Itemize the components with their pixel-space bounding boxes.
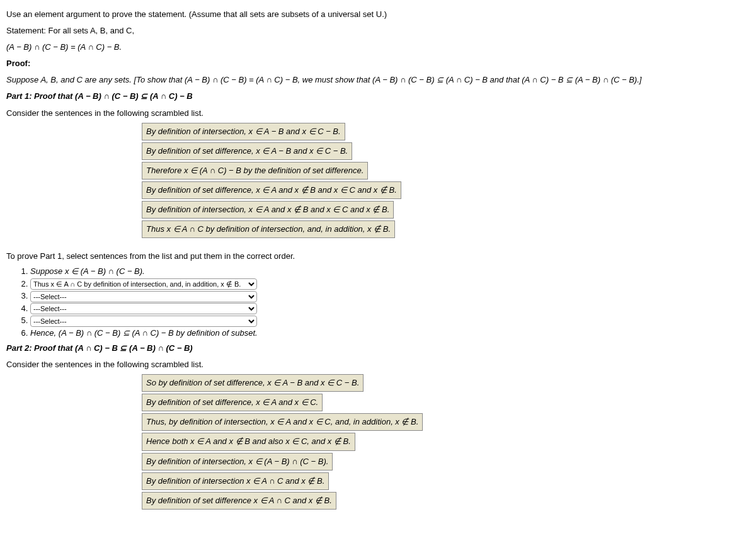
consider-text-1: Consider the sentences in the following … [6,106,750,120]
step-2: ---Select---By definition of intersectio… [30,278,750,290]
step-5: ---Select---By definition of intersectio… [30,315,750,327]
scrambled-item: By definition of set difference, x ∈ A a… [142,394,323,411]
statement-label: Statement: For all sets A, B, and C, [6,24,750,38]
scrambled-item: By definition of set difference, x ∈ A −… [142,142,352,160]
scrambled-item: By definition of intersection, x ∈ A − B… [142,123,345,140]
statement-equation: (A − B) ∩ (C − B) = (A ∩ C) − B. [6,40,750,54]
scrambled-item: Hence both x ∈ A and x ∉ B and also x ∈ … [142,433,355,450]
step-5-select[interactable]: ---Select---By definition of intersectio… [30,316,257,327]
scrambled-item: Thus, by definition of intersection, x ∈… [142,413,423,431]
proof-intro: Suppose A, B, and C are any sets. [To sh… [6,73,750,87]
scrambled-item: By definition of set difference x ∈ A ∩ … [142,492,336,510]
proof-steps-list: Suppose x ∈ (A − B) ∩ (C − B). ---Select… [19,266,750,339]
part1-scrambled-list: By definition of intersection, x ∈ A − B… [142,123,750,239]
step-2-select[interactable]: ---Select---By definition of intersectio… [30,278,257,290]
step-4: ---Select---By definition of intersectio… [30,303,750,315]
consider-text-2: Consider the sentences in the following … [6,358,750,372]
part1-heading: Part 1: Proof that (A − B) ∩ (C − B) ⊆ (… [6,89,750,103]
step-1: Suppose x ∈ (A − B) ∩ (C − B). [30,266,750,277]
scrambled-item: By definition of intersection x ∈ A ∩ C … [142,472,329,490]
scrambled-item: Therefore x ∈ (A ∩ C) − B by the definit… [142,162,368,180]
part2-scrambled-list: So by definition of set difference, x ∈ … [142,374,750,510]
step-3-select[interactable]: ---Select---By definition of intersectio… [30,291,257,302]
scrambled-item: By definition of intersection, x ∈ (A − … [142,453,333,470]
proof-label: Proof: [6,57,750,71]
scrambled-item: By definition of intersection, x ∈ A and… [142,201,394,219]
part1-order-intro: To prove Part 1, select sentences from t… [6,249,750,263]
scrambled-item: By definition of set difference, x ∈ A a… [142,181,401,199]
step-4-select[interactable]: ---Select---By definition of intersectio… [30,303,257,314]
part2-heading: Part 2: Proof that (A ∩ C) − B ⊆ (A − B)… [6,341,750,355]
scrambled-item: Thus x ∈ A ∩ C by definition of intersec… [142,220,395,238]
step-3: ---Select---By definition of intersectio… [30,290,750,302]
scrambled-item: So by definition of set difference, x ∈ … [142,374,364,392]
step-6: Hence, (A − B) ∩ (C − B) ⊆ (A ∩ C) − B b… [30,328,750,339]
intro-text: Use an element argument to prove the sta… [6,8,750,21]
